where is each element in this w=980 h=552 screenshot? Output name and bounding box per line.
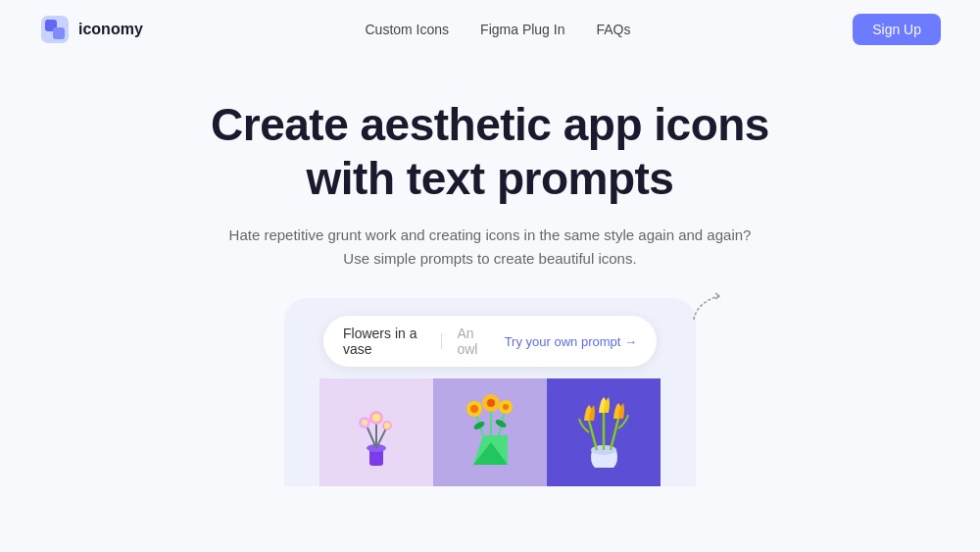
signup-button[interactable]: Sign Up bbox=[853, 14, 941, 45]
hero-section: Create aesthetic app icons with text pro… bbox=[0, 59, 980, 486]
flower-icon-2 bbox=[454, 391, 527, 475]
svg-rect-2 bbox=[53, 27, 65, 39]
svg-point-11 bbox=[362, 420, 368, 426]
navbar: iconomy Custom Icons Figma Plug In FAQs … bbox=[0, 0, 980, 59]
prompt-placeholder: An owl bbox=[457, 326, 488, 357]
icon-card-1 bbox=[319, 378, 433, 486]
svg-line-30 bbox=[611, 419, 618, 450]
svg-point-22 bbox=[487, 399, 495, 407]
icon-card-2 bbox=[433, 378, 547, 486]
prompt-bubble: Flowers in a vase An owl Try your own pr… bbox=[284, 298, 696, 486]
svg-point-20 bbox=[470, 405, 478, 413]
hero-subtitle: Hate repetitive grunt work and creating … bbox=[229, 224, 752, 271]
svg-point-24 bbox=[503, 404, 509, 410]
prompt-current-text: Flowers in a vase bbox=[343, 326, 425, 357]
logo-text: iconomy bbox=[78, 21, 143, 38]
nav-links: Custom Icons Figma Plug In FAQs bbox=[366, 22, 631, 37]
icon-card-3 bbox=[547, 378, 661, 486]
demo-area: Flowers in a vase An owl Try your own pr… bbox=[284, 298, 696, 486]
flower-icon-3 bbox=[567, 391, 641, 475]
nav-custom-icons[interactable]: Custom Icons bbox=[366, 22, 450, 37]
svg-point-13 bbox=[384, 423, 390, 428]
arrow-decoration bbox=[686, 288, 725, 327]
nav-faqs[interactable]: FAQs bbox=[596, 22, 630, 37]
svg-point-9 bbox=[372, 414, 380, 422]
nav-figma-plugin[interactable]: Figma Plug In bbox=[480, 22, 564, 37]
logo[interactable]: iconomy bbox=[39, 14, 143, 45]
flower-icon-1 bbox=[342, 391, 411, 475]
hero-title: Create aesthetic app icons with text pro… bbox=[211, 98, 769, 206]
icon-grid bbox=[319, 378, 661, 486]
prompt-bar[interactable]: Flowers in a vase An owl Try your own pr… bbox=[323, 316, 657, 367]
prompt-divider bbox=[441, 333, 442, 349]
logo-icon bbox=[39, 14, 71, 45]
prompt-link[interactable]: Try your own prompt → bbox=[505, 334, 637, 349]
svg-line-28 bbox=[589, 421, 597, 450]
